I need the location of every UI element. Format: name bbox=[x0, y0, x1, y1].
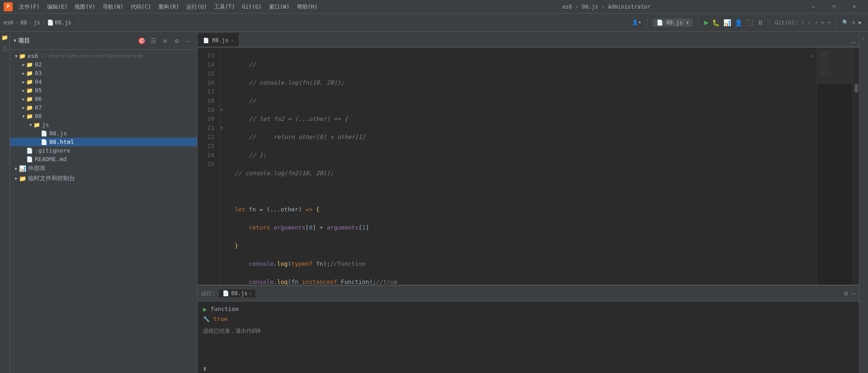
toolbar: es6 › 08 › js › 📄08.js 👤▾ 📄 08.js ▾ ▶ 🐛 … bbox=[0, 14, 868, 32]
fold-19[interactable]: ▼ bbox=[220, 105, 227, 115]
run-label: 运行: bbox=[201, 290, 215, 297]
menu-tools[interactable]: 工具(T) bbox=[211, 0, 239, 14]
sidebar-settings-btn[interactable]: ⚙ bbox=[172, 36, 182, 46]
git-refresh[interactable]: ↻ bbox=[821, 19, 825, 25]
user-icon[interactable]: 👤▾ bbox=[632, 19, 642, 25]
sidebar-title: ▼ 项目 bbox=[14, 37, 135, 45]
menu-bar[interactable]: 文件(F) 编辑(E) 视图(V) 导航(N) 代码(C) 重构(R) 运行(U… bbox=[15, 0, 410, 14]
pause-button[interactable]: ⏸ bbox=[757, 19, 764, 26]
git-upload[interactable]: ↗ bbox=[815, 19, 818, 25]
breadcrumb-js[interactable]: js bbox=[34, 19, 40, 26]
code-line-22: return arguments[0] + arguments[1] bbox=[235, 223, 807, 232]
tab-more-button[interactable]: ⋯ bbox=[847, 38, 859, 47]
sep3 bbox=[698, 18, 698, 27]
tree-temp-files[interactable]: ▶ 📁 临时文件和控制台 bbox=[10, 173, 197, 183]
tree-07[interactable]: ▶ 📁 07 bbox=[10, 103, 197, 112]
fold-23 bbox=[220, 142, 227, 151]
coverage-button[interactable]: 📊 bbox=[723, 19, 731, 26]
debug-button[interactable]: 🐛 bbox=[712, 19, 720, 26]
minimize-button[interactable]: — bbox=[803, 0, 824, 14]
search-icon[interactable]: 🔍 bbox=[842, 19, 849, 25]
locate-file-btn[interactable]: 🎯 bbox=[137, 36, 146, 46]
tree-06[interactable]: ▶ 📁 06 bbox=[10, 95, 197, 103]
tree-08[interactable]: ▼ 📁 08 bbox=[10, 112, 197, 120]
structure-icon[interactable]: ☰ bbox=[1, 45, 9, 53]
menu-view[interactable]: 视图(V) bbox=[71, 0, 99, 14]
left-icon-bar: 📁 ☰ bbox=[0, 32, 10, 373]
fold-22 bbox=[220, 133, 227, 142]
tab-bar: 📄 08.js ✕ ⋯ bbox=[198, 32, 859, 48]
scroll-thumb[interactable] bbox=[854, 84, 858, 93]
fold-25 bbox=[220, 160, 227, 169]
menu-window[interactable]: 窗口(W) bbox=[265, 0, 293, 14]
tree-gitignore[interactable]: 📄 .gitignore bbox=[10, 146, 197, 155]
editor-right-gutter: ✓ bbox=[807, 48, 816, 285]
bottom-close-icon[interactable]: — bbox=[852, 290, 855, 297]
fold-column: ▼ ▼ bbox=[220, 48, 227, 285]
tree-05[interactable]: ▶ 📁 05 bbox=[10, 86, 197, 95]
bottom-settings-icon[interactable]: ⚙ bbox=[844, 290, 848, 297]
stop-button[interactable]: ⬛ bbox=[746, 19, 754, 26]
code-line-25: console.log(fn instanceof Function);//tr… bbox=[235, 277, 807, 285]
run-tab-icon: 📄 bbox=[222, 290, 229, 296]
menu-navigate[interactable]: 导航(N) bbox=[99, 0, 127, 14]
tree-02[interactable]: ▶ 📁 02 bbox=[10, 60, 197, 69]
status-check: ✓ bbox=[807, 51, 816, 60]
menu-git[interactable]: Git(G) bbox=[239, 0, 265, 14]
breadcrumb: es6 › 08 › js › 📄08.js bbox=[4, 19, 71, 26]
tree-ext-libs[interactable]: ▶ 📊 外部库 bbox=[10, 163, 197, 173]
settings-icon[interactable]: ⚙ bbox=[852, 19, 855, 25]
sidebar-header: ▼ 项目 🎯 ☰ ≡ ⚙ — bbox=[10, 32, 197, 50]
code-line-24: console.log(typeof fn);//function bbox=[235, 259, 807, 268]
tab-close-icon[interactable]: ✕ bbox=[231, 38, 234, 43]
tree-03[interactable]: ▶ 📁 03 bbox=[10, 69, 197, 77]
output-true: true bbox=[213, 314, 227, 324]
terminal-input-line: ▮ bbox=[198, 363, 859, 373]
menu-run[interactable]: 运行(U) bbox=[183, 0, 211, 14]
breadcrumb-08[interactable]: 08 bbox=[20, 19, 27, 26]
toolbar-separator bbox=[78, 18, 79, 27]
fold-15 bbox=[220, 69, 227, 78]
tree-root[interactable]: ▼ 📁 es6 C:\Users\Administrator\Desktop\e… bbox=[10, 52, 197, 60]
close-button[interactable]: ✕ bbox=[844, 0, 864, 14]
tree-readme[interactable]: 📄 README.md bbox=[10, 155, 197, 163]
code-editor: 13 14 15 16 17 18 19 20 21 22 23 24 25 bbox=[198, 48, 859, 285]
vertical-scrollbar[interactable] bbox=[853, 48, 859, 285]
bottom-panel-header: 运行: 📄 08.js ✕ ⚙ — bbox=[198, 286, 859, 301]
app-logo: P bbox=[4, 2, 13, 11]
sidebar-close-btn[interactable]: — bbox=[184, 36, 193, 46]
tree-08js[interactable]: 📄 08.js bbox=[10, 129, 197, 138]
wrench-icon: 🔧 bbox=[203, 314, 210, 324]
file-indicator[interactable]: 📄 08.js ▾ bbox=[653, 19, 693, 27]
run-tab[interactable]: 📄 08.js ✕ bbox=[219, 289, 255, 297]
code-line-17: // return other[0] + other[1] bbox=[235, 133, 807, 142]
tree-04[interactable]: ▶ 📁 04 bbox=[10, 77, 197, 86]
code-lines[interactable]: // // console.log(fn(10, 20)); // // let… bbox=[227, 48, 807, 285]
collapse-all-btn[interactable]: ☰ bbox=[148, 36, 158, 46]
breadcrumb-es6[interactable]: es6 bbox=[4, 19, 14, 26]
tree-js[interactable]: ▼ 📁 js bbox=[10, 120, 197, 129]
sep2 bbox=[647, 18, 647, 27]
fold-21[interactable]: ▼ bbox=[220, 124, 227, 133]
git-check1[interactable]: ✓ bbox=[802, 19, 805, 25]
profile-button[interactable]: 👤 bbox=[735, 19, 742, 26]
project-icon[interactable]: 📁 bbox=[1, 33, 9, 42]
menu-file[interactable]: 文件(F) bbox=[15, 0, 43, 14]
menu-help[interactable]: 帮助(H) bbox=[293, 0, 321, 14]
output-function: function bbox=[210, 304, 239, 314]
git-revert[interactable]: ↩ bbox=[828, 19, 831, 25]
maximize-button[interactable]: ❐ bbox=[824, 0, 844, 14]
run-tab-close[interactable]: ✕ bbox=[249, 291, 252, 296]
menu-code[interactable]: 代码(C) bbox=[127, 0, 155, 14]
run-button[interactable]: ▶ bbox=[704, 18, 708, 27]
menu-refactor[interactable]: 重构(R) bbox=[155, 0, 183, 14]
git-check2[interactable]: ✓ bbox=[808, 19, 811, 25]
menu-edit[interactable]: 编辑(E) bbox=[43, 0, 71, 14]
tab-08js[interactable]: 📄 08.js ✕ bbox=[198, 33, 240, 47]
breadcrumb-file[interactable]: 📄08.js bbox=[47, 19, 71, 26]
minimap[interactable]: // comment code // console.log // commen… bbox=[816, 48, 853, 285]
window-controls[interactable]: — ❐ ✕ bbox=[803, 0, 864, 14]
expand-all-btn[interactable]: ≡ bbox=[160, 36, 170, 46]
tree-08html[interactable]: 📄 08.html bbox=[10, 138, 197, 146]
run-config-icon[interactable]: ▶ bbox=[859, 19, 862, 25]
